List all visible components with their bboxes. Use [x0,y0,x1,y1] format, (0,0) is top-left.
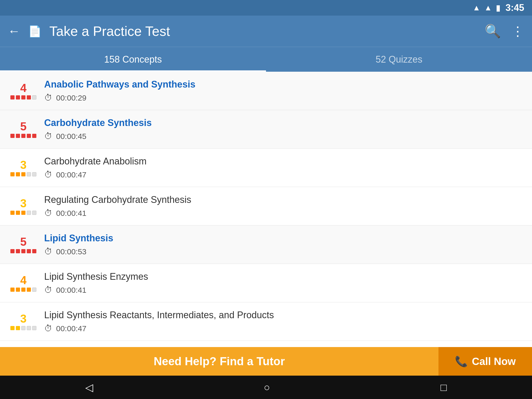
item-content: Anabolic Pathways and Synthesis⏱00:00:29 [44,79,522,103]
item-content: Carbohydrate Anabolism⏱00:00:47 [44,156,522,179]
item-time: ⏱00:00:29 [44,93,522,103]
time-value: 00:00:41 [56,209,87,218]
item-content: Carbohydrate Synthesis⏱00:00:45 [44,117,522,141]
item-time: ⏱00:00:41 [44,285,522,295]
item-time: ⏱00:00:53 [44,247,522,256]
header: ← 📄 Take a Practice Test 🔍 ⋮ [0,16,532,47]
rating-dot [27,172,31,176]
rating-dot [16,95,20,99]
list-item-lipid-synthesis-reactants[interactable]: 3Lipid Synthesis Reactants, Intermediate… [0,302,532,341]
phone-icon: 📞 [455,355,468,368]
item-title: Lipid Synthesis Enzymes [44,271,522,282]
clock-icon: ⏱ [44,324,52,333]
item-time: ⏱00:00:41 [44,208,522,218]
rating-dot [27,288,31,292]
item-time: ⏱00:00:45 [44,131,522,141]
rating-dot [21,134,25,138]
rating-dot [10,134,15,138]
tutor-text: Need Help? Find a Tutor [0,347,438,376]
rating-dots [10,211,36,215]
clock-icon: ⏱ [44,170,52,179]
rating-number: 3 [20,159,26,171]
clock-icon: ⏱ [44,247,52,256]
rating-badge: 3 [10,313,36,330]
item-time: ⏱00:00:47 [44,324,522,333]
rating-dot [27,95,31,99]
navigation-bar: ◁ ○ □ [0,376,532,399]
back-nav-button[interactable]: ◁ [85,381,93,393]
rating-dot [16,288,20,292]
rating-dot [10,326,15,330]
rating-dot [10,95,15,99]
rating-dot [32,134,36,138]
list-item-regulating-carbohydrate[interactable]: 3Regulating Carbohydrate Synthesis⏱00:00… [0,187,532,225]
rating-dot [21,172,25,176]
rating-dots [10,288,36,292]
list-item-lipid-synthesis[interactable]: 5Lipid Synthesis⏱00:00:53 [0,225,532,264]
call-now-button[interactable]: 📞 Call Now [438,347,532,376]
item-time: ⏱00:00:47 [44,170,522,179]
rating-dot [10,288,15,292]
rating-badge: 3 [10,198,36,215]
rating-badge: 5 [10,121,36,138]
signal-icon: ▲ [484,3,492,12]
item-title: Lipid Synthesis [44,233,522,244]
list-item-lipid-synthesis-enzymes[interactable]: 4Lipid Synthesis Enzymes⏱00:00:41 [0,264,532,302]
clock-icon: ⏱ [44,93,52,103]
rating-number: 5 [20,121,26,132]
status-time: 3:45 [506,2,524,13]
time-value: 00:00:47 [56,324,87,333]
home-nav-button[interactable]: ○ [264,382,270,393]
clock-icon: ⏱ [44,208,52,218]
header-left: ← 📄 Take a Practice Test [8,23,170,39]
rating-dot [16,249,20,253]
rating-dot [21,95,25,99]
rating-dot [10,172,15,176]
item-content: Regulating Carbohydrate Synthesis⏱00:00:… [44,194,522,218]
time-value: 00:00:41 [56,286,87,295]
item-content: Lipid Synthesis Reactants, Intermediates… [44,310,522,333]
rating-dot [21,211,25,215]
recents-nav-button[interactable]: □ [441,382,447,393]
rating-dot [27,326,31,330]
item-title: Lipid Synthesis Reactants, Intermediates… [44,310,522,321]
rating-dot [32,249,36,253]
tab-quizzes[interactable]: 52 Quizzes [266,47,532,72]
back-button[interactable]: ← [8,25,20,37]
search-icon[interactable]: 🔍 [485,24,501,39]
list-item-regulating-lipid[interactable]: Regulating Lipid Synthesis⏱00:00:00 [0,341,532,347]
list-item-anabolic-pathways[interactable]: 4Anabolic Pathways and Synthesis⏱00:00:2… [0,72,532,110]
list-item-carbohydrate-anabolism[interactable]: 3Carbohydrate Anabolism⏱00:00:47 [0,149,532,187]
time-value: 00:00:53 [56,247,87,256]
rating-badge: 4 [10,82,36,99]
rating-dot [16,326,20,330]
rating-badge: 5 [10,236,36,253]
battery-icon: ▮ [496,3,500,12]
rating-number: 3 [20,313,26,324]
rating-number: 4 [20,82,26,94]
item-title: Anabolic Pathways and Synthesis [44,79,522,90]
document-icon: 📄 [28,25,42,38]
rating-dot [32,172,36,176]
rating-dot [27,134,31,138]
rating-number: 4 [20,275,26,286]
rating-dots [10,134,36,138]
list-item-carbohydrate-synthesis[interactable]: 5Carbohydrate Synthesis⏱00:00:45 [0,110,532,149]
rating-dot [32,288,36,292]
tab-concepts[interactable]: 158 Concepts [0,47,266,72]
rating-dot [27,211,31,215]
rating-dot [21,249,25,253]
rating-dot [16,134,20,138]
rating-dot [16,172,20,176]
rating-dots [10,172,36,176]
page-title: Take a Practice Test [49,23,170,39]
rating-dot [32,95,36,99]
rating-number: 3 [20,198,26,209]
time-value: 00:00:47 [56,170,87,179]
item-content: Lipid Synthesis⏱00:00:53 [44,233,522,256]
time-value: 00:00:45 [56,132,87,141]
item-title: Carbohydrate Synthesis [44,117,522,128]
rating-dot [21,288,25,292]
rating-badge: 4 [10,275,36,292]
more-options-icon[interactable]: ⋮ [511,24,524,39]
